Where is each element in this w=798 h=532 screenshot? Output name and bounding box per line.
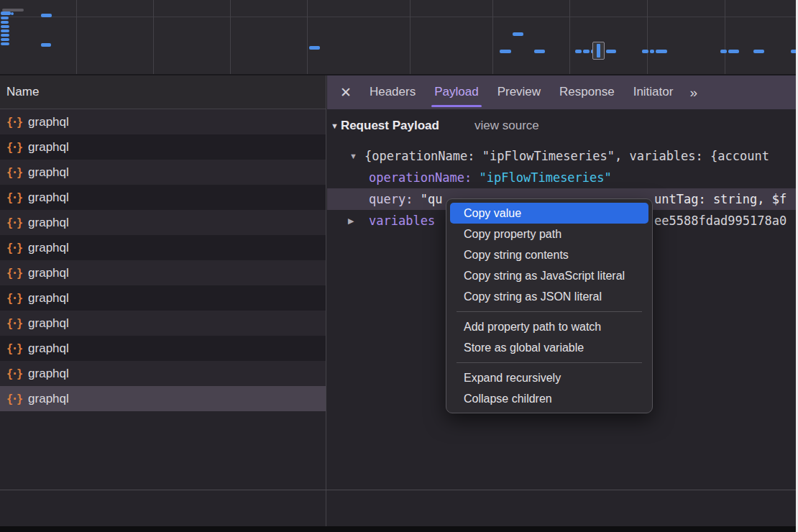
tab-headers[interactable]: Headers xyxy=(360,75,425,109)
overview-gridline xyxy=(76,0,77,75)
menu-item-copy-string-as-json-literal[interactable]: Copy string as JSON literal xyxy=(450,286,648,307)
property-value-right-fragment: untTag: string, $f xyxy=(654,188,786,210)
json-braces-icon: {·} xyxy=(6,267,22,280)
expand-triangle-icon[interactable]: ▶ xyxy=(348,210,354,231)
menu-item-collapse-children[interactable]: Collapse children xyxy=(450,388,648,409)
overview-selected-request-marker[interactable] xyxy=(592,42,605,60)
request-timing-bar[interactable] xyxy=(1,34,9,37)
menu-item-expand-recursively[interactable]: Expand recursively xyxy=(450,367,648,388)
tab-response[interactable]: Response xyxy=(550,75,624,109)
request-timing-bar[interactable] xyxy=(500,50,511,53)
property-value-left-fragment: "qu xyxy=(421,192,443,206)
expand-triangle-icon[interactable]: ▼ xyxy=(349,145,357,167)
request-timing-bar[interactable] xyxy=(753,50,764,53)
menu-item-store-as-global-variable[interactable]: Store as global variable xyxy=(450,337,648,358)
json-braces-icon: {·} xyxy=(6,317,22,330)
property-key: operationName: xyxy=(369,170,472,185)
json-braces-icon: {·} xyxy=(6,393,22,405)
more-tabs-icon[interactable]: » xyxy=(689,85,697,101)
request-name: graphql xyxy=(28,165,69,180)
request-timing-bar[interactable] xyxy=(650,50,654,53)
request-timing-bar[interactable] xyxy=(720,50,727,53)
request-row[interactable]: {·}graphql xyxy=(0,361,326,386)
tab-payload[interactable]: Payload xyxy=(425,75,487,109)
request-row[interactable]: {·}graphql xyxy=(0,260,326,285)
window-bottom-edge xyxy=(0,526,798,532)
tab-preview[interactable]: Preview xyxy=(488,75,550,109)
request-row[interactable]: {·}graphql xyxy=(0,311,326,336)
request-timing-bar[interactable] xyxy=(1,17,9,19)
overview-gridline xyxy=(569,0,570,75)
request-row[interactable]: {·}graphql xyxy=(0,185,326,210)
request-timing-bar[interactable] xyxy=(642,50,648,53)
request-name: graphql xyxy=(28,316,69,331)
request-timing-bar[interactable] xyxy=(656,50,667,53)
payload-object-preview: {operationName: "ipFlowTimeseries", vari… xyxy=(364,145,769,167)
menu-item-copy-property-path[interactable]: Copy property path xyxy=(450,224,648,244)
json-braces-icon: {·} xyxy=(6,166,22,179)
name-column-header[interactable]: Name xyxy=(0,75,326,109)
json-braces-icon: {·} xyxy=(6,242,22,254)
property-key: variables xyxy=(369,210,435,231)
request-timing-bar[interactable] xyxy=(41,14,52,17)
request-name: graphql xyxy=(28,367,69,381)
json-braces-icon: {·} xyxy=(6,367,22,380)
collapse-triangle-icon[interactable]: ▼ xyxy=(331,121,339,130)
request-name: graphql xyxy=(28,241,69,255)
tab-initiator[interactable]: Initiator xyxy=(624,75,683,109)
overview-gridline xyxy=(492,0,493,75)
json-braces-icon: {·} xyxy=(6,342,22,355)
context-menu: Copy valueCopy property pathCopy string … xyxy=(446,198,653,413)
request-timing-bar[interactable] xyxy=(583,50,590,53)
request-timing-bar[interactable] xyxy=(606,50,616,53)
menu-item-copy-string-contents[interactable]: Copy string contents xyxy=(450,244,648,265)
request-row[interactable]: {·}graphql xyxy=(0,235,326,260)
request-payload-header[interactable]: ▼ Request Payload xyxy=(331,119,439,133)
request-row[interactable]: {·}graphql xyxy=(0,210,326,235)
detail-tabbar: ✕ HeadersPayloadPreviewResponseInitiator… xyxy=(327,75,796,109)
menu-item-add-property-path-to-watch[interactable]: Add property path to watch xyxy=(450,316,648,337)
menu-item-copy-string-as-javascript-literal[interactable]: Copy string as JavaScript literal xyxy=(450,265,648,286)
request-name: graphql xyxy=(28,392,69,406)
request-timing-bar[interactable] xyxy=(1,42,9,45)
request-timing-bar[interactable] xyxy=(1,21,9,24)
request-row[interactable]: {·}graphql xyxy=(0,336,326,361)
overview-gridline xyxy=(647,0,648,75)
property-value: "ipFlowTimeseries" xyxy=(480,170,612,185)
menu-separator xyxy=(457,362,642,363)
menu-item-copy-value[interactable]: Copy value xyxy=(450,203,648,224)
request-timing-bar[interactable] xyxy=(1,29,9,32)
payload-preview-row[interactable]: ▼ {operationName: "ipFlowTimeseries", va… xyxy=(327,145,796,167)
panel-divider[interactable] xyxy=(326,75,326,532)
operation-name-row[interactable]: operationName: "ipFlowTimeseries" xyxy=(327,167,796,188)
section-title: Request Payload xyxy=(341,119,439,133)
request-timing-bar[interactable] xyxy=(534,50,545,53)
request-timing-bar[interactable] xyxy=(1,12,11,15)
request-row[interactable]: {·}graphql xyxy=(0,109,326,134)
property-key: query: xyxy=(369,192,413,206)
request-row[interactable]: {·}graphql xyxy=(0,386,326,411)
json-braces-icon: {·} xyxy=(6,292,22,305)
request-timing-bar[interactable] xyxy=(309,46,320,50)
request-name: graphql xyxy=(28,266,69,280)
view-source-link[interactable]: view source xyxy=(474,119,539,133)
request-name: graphql xyxy=(28,191,69,205)
request-row[interactable]: {·}graphql xyxy=(0,285,326,311)
json-braces-icon: {·} xyxy=(6,141,22,154)
name-column-label: Name xyxy=(6,85,39,98)
request-row[interactable]: {·}graphql xyxy=(0,160,326,185)
request-name: graphql xyxy=(28,216,69,230)
request-timing-bar[interactable] xyxy=(1,38,9,41)
json-braces-icon: {·} xyxy=(6,116,22,129)
request-timing-bar[interactable] xyxy=(41,43,51,47)
overview-gridline xyxy=(153,0,154,75)
request-timing-bar[interactable] xyxy=(11,12,14,15)
request-timing-bar[interactable] xyxy=(575,50,582,53)
json-braces-icon: {·} xyxy=(6,191,22,204)
request-timing-bar[interactable] xyxy=(513,32,523,36)
request-timing-bar[interactable] xyxy=(1,25,9,28)
close-icon[interactable]: ✕ xyxy=(340,84,352,101)
network-overview-timeline[interactable] xyxy=(0,0,798,75)
request-row[interactable]: {·}graphql xyxy=(0,134,326,160)
request-timing-bar[interactable] xyxy=(728,50,739,53)
